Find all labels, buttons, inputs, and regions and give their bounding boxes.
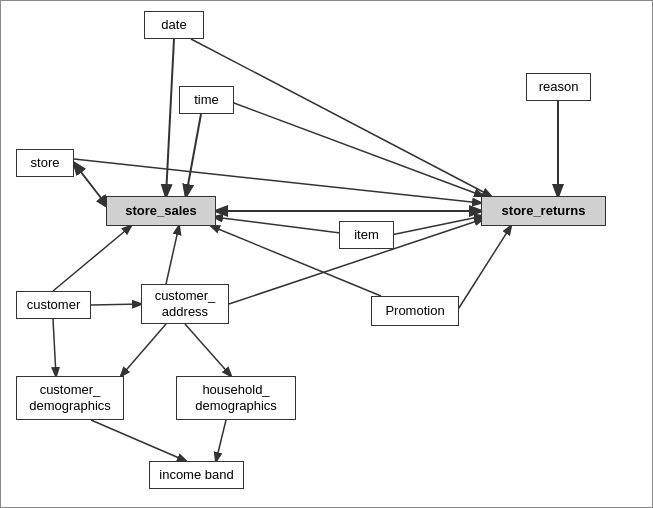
node-customer_address: customer_ address (141, 284, 229, 324)
svg-line-1 (191, 39, 491, 196)
svg-line-17 (121, 324, 166, 376)
svg-line-11 (91, 304, 141, 305)
node-customer_demographics: customer_ demographics (16, 376, 124, 420)
node-item: item (339, 221, 394, 249)
svg-line-4 (74, 163, 108, 207)
svg-line-20 (216, 420, 226, 461)
svg-line-18 (185, 324, 231, 376)
node-income_band: income band (149, 461, 244, 489)
svg-line-10 (53, 226, 131, 291)
svg-line-0 (166, 39, 174, 196)
svg-line-9 (391, 216, 483, 235)
svg-line-19 (91, 420, 186, 461)
svg-line-2 (186, 114, 201, 196)
node-store: store (16, 149, 74, 177)
svg-line-3 (226, 100, 483, 196)
diagram-canvas: datetimestorereasonstore_salesstore_retu… (0, 0, 653, 508)
node-reason: reason (526, 73, 591, 101)
svg-line-8 (214, 217, 356, 235)
node-store_sales: store_sales (106, 196, 216, 226)
svg-line-16 (53, 319, 56, 376)
node-promotion: Promotion (371, 296, 459, 326)
node-store_returns: store_returns (481, 196, 606, 226)
node-time: time (179, 86, 234, 114)
svg-line-15 (457, 226, 511, 311)
node-date: date (144, 11, 204, 39)
node-household_demographics: household_ demographics (176, 376, 296, 420)
svg-line-12 (166, 226, 179, 284)
node-customer: customer (16, 291, 91, 319)
